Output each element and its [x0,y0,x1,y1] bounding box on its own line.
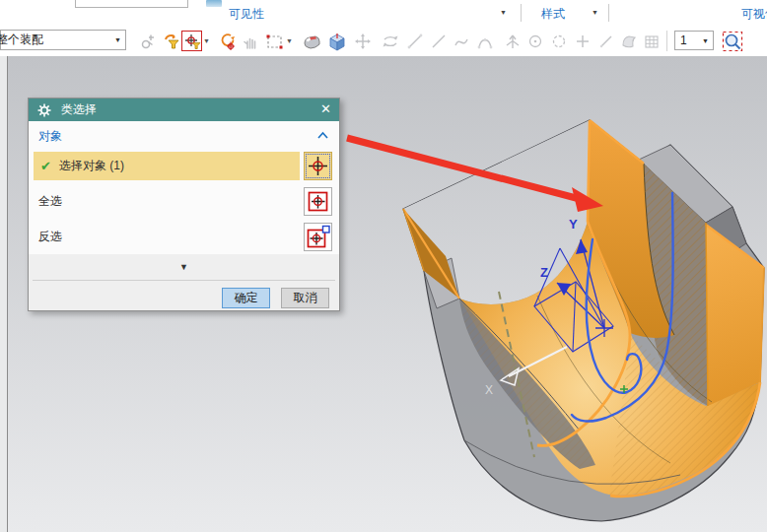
select-object-crosshair-button[interactable] [304,152,332,180]
rectangle-select-icon[interactable] [263,31,284,51]
toolbar-separator [666,31,667,51]
z-axis-label: Z [540,265,548,280]
line-3-icon[interactable] [595,31,616,51]
group-label-visibility[interactable]: 可见性 [229,6,264,23]
selection-filter-icon[interactable] [161,31,181,51]
wcs-dynamics-icon[interactable] [138,31,159,51]
dialog-collapse-arrow-icon[interactable]: ▼ [29,262,339,272]
line-2-icon[interactable] [428,31,449,51]
visibility-caret-icon[interactable]: ▼ [500,9,507,16]
rotate-view-icon[interactable] [380,31,400,51]
studio-spline-icon[interactable] [474,31,495,51]
gear-icon [37,103,51,117]
hand-tool-icon[interactable] [240,31,260,51]
dialog-titlebar[interactable]: 类选择 ✕ [29,99,339,121]
snap-point-filter-icon[interactable] [181,31,202,51]
style-caret-icon[interactable]: ▼ [592,9,598,16]
select-all-crosshair-button[interactable] [304,187,332,216]
line-icon[interactable] [404,31,425,51]
close-icon[interactable]: ✕ [320,101,331,116]
ok-button[interactable]: 确定 [222,288,270,308]
x-axis-label: X [485,383,493,397]
view-count-caret-icon[interactable]: ▼ [698,37,713,44]
row-select-object[interactable]: ✔ 选择对象 (1) [34,152,300,180]
trim-body-cube-icon[interactable] [326,31,347,51]
scope-dropdown-value: 整个装配 [0,32,110,48]
view-count-value: 1 [675,33,698,47]
partial-toolbar-icon[interactable] [206,0,222,7]
section-header-object[interactable]: 对象 [38,128,62,145]
dialog-divider [33,280,335,281]
group-separator [608,4,609,22]
y-axis-label: Y [569,217,578,232]
find-in-window-icon[interactable] [721,30,743,52]
arc-icon[interactable] [451,31,471,51]
rect-select-caret-icon[interactable]: ▼ [286,37,293,44]
viewport-left-edge [0,56,8,532]
class-selection-dialog: 类选择 ✕ 对象 ✔ 选择对象 (1) 全选 反选 ▼ 确定 取消 [28,98,340,311]
crosshair-icon [305,153,331,179]
chevron-up-icon[interactable] [316,131,329,140]
grid-icon[interactable] [641,31,662,51]
partial-input-box[interactable] [75,0,188,8]
row-select-object-label: 选择对象 (1) [59,158,124,174]
cancel-button[interactable]: 取消 [281,288,329,308]
plus-point-icon[interactable] [572,31,593,51]
ribbon-top-strip: 可见性 ▼ 样式 ▼ 可视化 [0,0,767,27]
snap-filter-caret-icon[interactable]: ▼ [203,37,210,44]
circle-center-icon[interactable] [524,31,545,51]
sheet-surface-icon[interactable] [618,31,639,51]
scope-caret-icon[interactable]: ▼ [110,36,125,43]
crosshair-invert-icon [305,224,331,250]
row-select-all-label[interactable]: 全选 [38,187,62,216]
group-label-style[interactable]: 样式 [541,6,565,23]
crosshair-boxed-icon [305,188,331,215]
pan-view-icon[interactable] [352,31,373,51]
main-toolbar: 整个装配 ▼ ▼ ▼ [0,26,767,57]
group-label-visualization[interactable]: 可视化 [741,6,767,23]
dialog-title: 类选择 [61,101,97,118]
row-invert-selection-label[interactable]: 反选 [38,223,62,251]
check-icon: ✔ [40,159,51,173]
datum-axis-icon[interactable] [502,31,523,51]
circle-icon[interactable] [548,31,569,51]
invert-selection-crosshair-button[interactable] [304,223,332,251]
rotate-point-icon[interactable] [216,31,237,51]
group-separator [521,4,522,22]
scope-dropdown[interactable]: 整个装配 ▼ [0,30,126,50]
view-count-dropdown[interactable]: 1 ▼ [674,31,714,50]
shaded-solid-icon[interactable] [301,31,321,51]
